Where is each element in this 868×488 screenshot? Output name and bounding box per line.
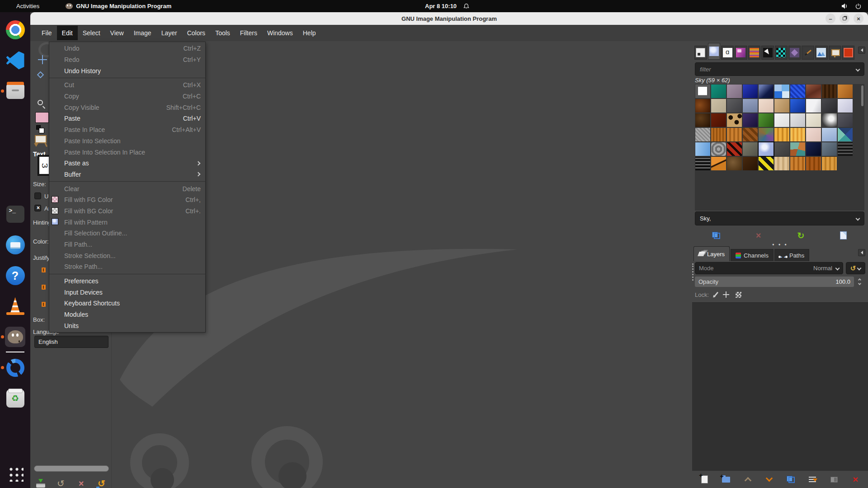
duplicate-pattern-button[interactable] [709, 230, 723, 241]
menu-item-modules[interactable]: Modules [49, 309, 205, 320]
menu-item-paste-into-selection-in-place[interactable]: Paste Into Selection In Place [49, 146, 205, 158]
menu-item-copy-visible[interactable]: Copy VisibleShift+Ctrl+C [49, 102, 205, 113]
system-status-area[interactable] [841, 3, 862, 10]
pattern-swatch[interactable] [759, 142, 774, 156]
pattern-swatch[interactable] [759, 84, 774, 98]
lock-pixels-icon[interactable] [713, 292, 718, 298]
dock-vscode[interactable] [5, 50, 25, 70]
dock-impress[interactable] [5, 173, 25, 193]
lock-position-icon[interactable] [723, 291, 729, 298]
pattern-swatch[interactable] [711, 128, 726, 141]
tab-patterns[interactable] [708, 43, 721, 60]
menu-view[interactable]: View [105, 26, 129, 40]
menu-item-units[interactable]: Units [49, 320, 205, 332]
mode-switch-button[interactable]: ↺ [846, 262, 865, 274]
pattern-swatch[interactable] [822, 157, 837, 170]
dock-help[interactable] [5, 265, 25, 286]
pattern-swatch[interactable] [743, 99, 758, 113]
letter-spacing-adjust-icon[interactable] [42, 302, 46, 307]
dock-calc[interactable] [5, 142, 25, 163]
pattern-swatch[interactable] [838, 142, 853, 156]
new-group-button[interactable] [720, 473, 732, 486]
pattern-swatch[interactable] [806, 128, 821, 141]
delete-layer-button[interactable] [849, 473, 862, 486]
menu-layer[interactable]: Layer [156, 26, 182, 40]
lower-layer-button[interactable] [763, 473, 776, 486]
pattern-swatch[interactable] [711, 99, 726, 113]
menu-item-input-devices[interactable]: Input Devices [49, 286, 205, 298]
pattern-swatch[interactable] [838, 99, 853, 113]
tab-layers[interactable]: Layers [693, 246, 730, 261]
menu-item-fill-with-pattern[interactable]: Fill with Pattern [49, 216, 205, 228]
dock-chrome[interactable] [5, 19, 25, 40]
layer-mode-select[interactable]: Mode Normal [695, 262, 843, 274]
pattern-swatch[interactable] [774, 142, 789, 156]
pattern-swatch[interactable] [743, 157, 758, 170]
pattern-swatch[interactable] [695, 113, 710, 127]
pattern-swatch[interactable] [806, 157, 821, 170]
new-layer-button[interactable] [698, 473, 711, 486]
pattern-swatch[interactable] [790, 157, 805, 170]
layers-panel-menu-button[interactable] [858, 249, 865, 256]
menu-item-stroke-path[interactable]: Stroke Path... [49, 261, 205, 272]
tab-mypaint-brushes[interactable] [788, 46, 801, 60]
add-mask-button[interactable] [828, 473, 840, 486]
menu-item-undo[interactable]: UndoCtrl+Z [49, 43, 205, 54]
pattern-swatch[interactable] [774, 99, 789, 113]
tool-options-tab-icon[interactable] [35, 135, 47, 143]
menu-item-fill-with-fg-color[interactable]: Fill with FG ColorCtrl+, [49, 194, 205, 206]
pattern-swatch[interactable] [711, 157, 726, 170]
menu-item-keyboard-shortcuts[interactable]: Keyboard Shortcuts [49, 298, 205, 309]
menu-file[interactable]: File [37, 26, 57, 40]
dock-trash[interactable] [5, 388, 25, 408]
menu-item-fill-path[interactable]: Fill Path... [49, 239, 205, 250]
dock-gimp[interactable] [5, 327, 25, 347]
indent-adjust-icon[interactable] [42, 267, 46, 272]
tab-fonts[interactable] [721, 46, 734, 60]
refresh-patterns-button[interactable] [794, 230, 807, 241]
pattern-swatch[interactable] [806, 99, 821, 113]
tab-errors[interactable] [842, 46, 854, 60]
pattern-swatch[interactable] [806, 142, 821, 156]
lock-alpha-icon[interactable] [736, 292, 741, 298]
line-spacing-adjust-icon[interactable] [42, 285, 46, 290]
pattern-swatch[interactable] [711, 113, 726, 127]
pattern-swatch[interactable] [695, 84, 710, 98]
pattern-swatch[interactable] [822, 142, 837, 156]
close-button[interactable]: × [854, 14, 863, 23]
pattern-swatch[interactable] [727, 113, 742, 127]
language-input[interactable]: English [34, 336, 108, 348]
menu-item-paste-into-selection[interactable]: Paste Into Selection [49, 136, 205, 147]
zoom-tool-icon[interactable] [38, 100, 43, 105]
pattern-swatch[interactable] [790, 113, 805, 127]
dock-thunderbird[interactable] [5, 235, 25, 255]
tab-paths[interactable]: Paths [774, 249, 809, 261]
menu-image[interactable]: Image [129, 26, 156, 40]
menu-item-preferences[interactable]: Preferences [49, 276, 205, 287]
menu-item-undo-history[interactable]: Undo History [49, 65, 205, 76]
patterns-scrollbar[interactable] [861, 85, 863, 106]
foreground-color-swatch[interactable] [35, 112, 49, 123]
pattern-swatch[interactable] [727, 99, 742, 113]
activities-button[interactable]: Activities [12, 3, 44, 9]
focused-app-indicator[interactable]: GNU Image Manipulation Program [66, 3, 171, 9]
pattern-swatch[interactable] [711, 84, 726, 98]
panel-drag-handle[interactable] [692, 263, 693, 281]
menu-edit[interactable]: Edit [57, 26, 78, 40]
restore-tool-preset-button[interactable] [55, 478, 67, 488]
tab-tool-presets[interactable] [761, 46, 774, 60]
menu-item-cut[interactable]: CutCtrl+X [49, 80, 205, 91]
open-pattern-as-image-button[interactable] [836, 230, 850, 241]
dock-writer[interactable] [5, 112, 25, 132]
pattern-swatch[interactable] [743, 142, 758, 156]
menu-item-redo[interactable]: RedoCtrl+Y [49, 54, 205, 66]
patterns-panel-menu-button[interactable] [858, 47, 865, 54]
dock-vlc[interactable] [5, 296, 25, 316]
menu-item-buffer[interactable]: Buffer [49, 169, 205, 180]
delete-tool-preset-button[interactable] [75, 478, 87, 488]
dock-terminal[interactable] [5, 204, 25, 224]
pattern-swatch[interactable] [695, 99, 710, 113]
pattern-swatch[interactable] [774, 157, 789, 170]
menu-item-fill-with-bg-color[interactable]: Fill with BG ColorCtrl+. [49, 206, 205, 217]
menu-item-paste-in-place[interactable]: Paste In PlaceCtrl+Alt+V [49, 124, 205, 136]
